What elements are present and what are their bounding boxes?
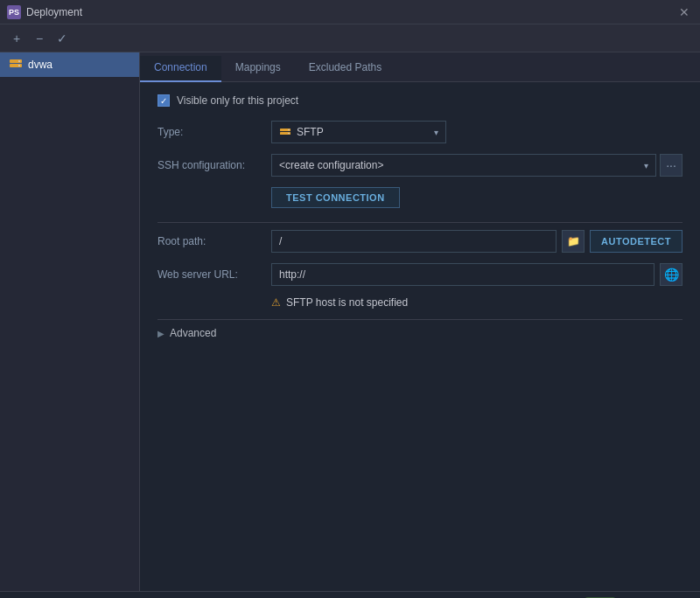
tab-mappings[interactable]: Mappings [221,56,295,82]
ssh-row: SSH configuration: <create configuration… [158,154,682,177]
svg-point-7 [288,133,290,135]
content-area: Connection Mappings Excluded Paths Visib… [140,52,700,591]
type-row: Type: SFTP ▾ [158,121,682,143]
visible-only-label: Visible only for this project [177,94,298,107]
sidebar-item-dvwa[interactable]: dvwa [0,52,139,77]
type-control: SFTP ▾ [271,121,682,143]
folder-icon: 📁 [567,235,580,247]
tab-connection[interactable]: Connection [140,56,221,82]
separator-1 [158,222,682,223]
sidebar-item-label: dvwa [28,59,52,71]
ssh-placeholder: <create configuration> [279,159,639,171]
sidebar: dvwa [0,52,140,591]
visible-only-checkbox[interactable] [158,94,170,107]
title-bar-left: PS Deployment [7,5,82,19]
title-bar: PS Deployment ✕ [0,0,700,24]
web-url-control: 🌐 [271,263,682,286]
warning-row: ⚠ SFTP host is not specified [158,296,682,309]
tab-excluded-paths[interactable]: Excluded Paths [295,56,396,82]
test-connection-button[interactable]: TEST CONNECTION [271,187,400,208]
root-path-input[interactable] [271,230,556,253]
web-server-label: Web server URL: [158,268,271,281]
ssh-more-button[interactable]: ··· [660,154,682,177]
remove-button[interactable]: − [30,29,49,48]
autodetect-button[interactable]: AUTODETECT [590,230,682,253]
ssh-dropdown-arrow: ▾ [644,161,648,170]
root-path-label: Root path: [158,235,271,247]
visible-only-row: Visible only for this project [158,94,682,107]
advanced-label: Advanced [170,327,216,339]
close-button[interactable]: ✕ [676,3,693,21]
globe-button[interactable]: 🌐 [660,263,682,286]
folder-browse-button[interactable]: 📁 [562,230,584,253]
ellipsis-icon: ··· [666,158,676,172]
server-icon [9,58,23,72]
svg-point-6 [288,129,290,131]
root-path-row: Root path: 📁 AUTODETECT [158,230,682,253]
warning-text: SFTP host is not specified [286,296,408,309]
app-icon: PS [7,5,21,19]
svg-point-2 [18,60,20,62]
add-button[interactable]: + [7,29,26,48]
web-server-url-input[interactable] [271,263,654,286]
separator-2 [158,319,682,320]
advanced-expand-icon: ▶ [158,329,164,338]
bottom-bar: ? 💬 › php › [0,591,700,598]
tab-bar: Connection Mappings Excluded Paths [140,52,700,82]
ssh-label: SSH configuration: [158,159,271,171]
type-value: SFTP [297,126,429,138]
ssh-select[interactable]: <create configuration> ▾ [271,154,656,177]
confirm-button[interactable]: ✓ [52,29,72,48]
web-server-row: Web server URL: 🌐 [158,263,682,286]
type-select[interactable]: SFTP ▾ [271,121,446,143]
window-title: Deployment [26,6,82,18]
type-dropdown-arrow: ▾ [434,128,438,137]
warning-icon: ⚠ [271,296,281,309]
advanced-row[interactable]: ▶ Advanced [158,327,682,339]
type-label: Type: [158,126,271,138]
form-area: Visible only for this project Type: [140,82,700,591]
svg-point-3 [18,65,20,66]
globe-icon: 🌐 [664,268,679,282]
test-connection-row: TEST CONNECTION [158,187,682,208]
toolbar: + − ✓ [0,24,700,52]
ssh-control: <create configuration> ▾ ··· [271,154,682,177]
main-layout: dvwa Connection Mappings Excluded Paths … [0,52,700,591]
sftp-icon [279,126,291,138]
root-path-control: 📁 AUTODETECT [271,230,682,253]
